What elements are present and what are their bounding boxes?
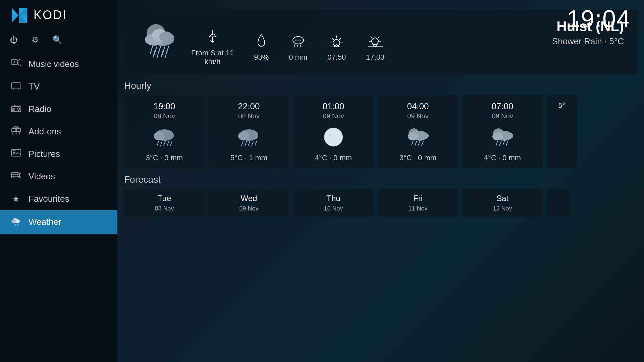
svg-line-81 xyxy=(378,37,379,38)
hourly-icon-2 xyxy=(318,123,348,150)
sidebar-item-music-videos[interactable]: Music videos xyxy=(0,53,117,75)
tv-icon xyxy=(10,81,22,92)
hourly-temp: 4°C · 0 mm xyxy=(315,154,352,162)
hourly-time: 5° xyxy=(558,101,565,110)
hourly-card-1: 22:00 08 Nov 5°C · 1 mm xyxy=(209,95,289,168)
svg-line-95 xyxy=(245,141,247,146)
svg-point-114 xyxy=(492,132,503,140)
svg-line-52 xyxy=(157,52,159,58)
sidebar-item-weather[interactable]: Weather xyxy=(0,210,117,234)
forecast-section-header: Forecast xyxy=(124,174,637,185)
search-icon[interactable]: 🔍 xyxy=(52,35,62,45)
svg-line-49 xyxy=(162,47,165,54)
svg-point-45 xyxy=(159,32,173,42)
forecast-day: Wed xyxy=(241,194,257,203)
hourly-icon-3 xyxy=(403,123,433,150)
forecast-card-0: Tue 08 Nov xyxy=(124,189,205,217)
hourly-date: 09 Nov xyxy=(323,112,344,120)
svg-line-80 xyxy=(371,37,372,38)
forecast-date: 08 Nov xyxy=(155,205,174,212)
humidity-icon xyxy=(255,33,268,50)
forecast-date: 09 Nov xyxy=(239,205,258,212)
svg-line-74 xyxy=(339,38,341,40)
svg-line-97 xyxy=(252,141,253,146)
svg-rect-25 xyxy=(13,132,16,134)
svg-line-119 xyxy=(506,141,508,145)
sunrise-icon xyxy=(327,33,346,50)
svg-line-40 xyxy=(17,224,18,226)
sidebar-item-label: Pictures xyxy=(29,149,60,159)
addons-icon xyxy=(10,126,22,137)
videos-icon xyxy=(10,171,22,182)
power-icon[interactable]: ⏻ xyxy=(10,35,18,45)
svg-rect-27 xyxy=(11,149,21,156)
svg-line-117 xyxy=(499,141,501,145)
sidebar-item-videos[interactable]: Videos xyxy=(0,165,117,188)
svg-line-46 xyxy=(150,46,153,54)
radio-icon xyxy=(10,104,22,114)
hourly-temp: 3°C · 0 mm xyxy=(399,154,436,162)
hourly-time: 04:00 xyxy=(407,101,429,112)
wind-icon xyxy=(205,28,220,45)
forecast-day: Tue xyxy=(158,194,171,203)
svg-point-103 xyxy=(331,139,333,141)
hourly-card-4: 07:00 09 Nov 4°C · 0 mm xyxy=(462,95,543,168)
sidebar-top-icons: ⏻ ⚙ 🔍 xyxy=(0,30,117,53)
stat-sunrise: 07:50 xyxy=(327,33,346,62)
hourly-card-2: 01:00 09 Nov 4°C · 0 mm xyxy=(293,95,374,168)
weather-details: From S at 11km/h 93% xyxy=(191,18,624,66)
forecast-row: Tue 08 Nov Wed 09 Nov Thu 10 Nov Fri 11 … xyxy=(124,189,637,217)
svg-point-69 xyxy=(333,40,340,46)
hourly-card-3: 04:00 09 Nov 3°C · 0 mm xyxy=(378,95,458,168)
hourly-icon-1 xyxy=(234,123,264,150)
precipitation-icon xyxy=(290,33,307,50)
forecast-day: Sat xyxy=(496,194,508,203)
svg-line-7 xyxy=(18,59,21,60)
sidebar-item-label: TV xyxy=(29,81,40,92)
svg-point-63 xyxy=(295,40,297,41)
svg-line-110 xyxy=(418,141,420,145)
svg-rect-10 xyxy=(11,83,21,89)
hourly-card-0: 19:00 08 Nov 3°C · 0 mm xyxy=(124,95,205,168)
svg-line-68 xyxy=(300,44,301,47)
hourly-temp: 5°C · 1 mm xyxy=(230,154,267,162)
svg-point-85 xyxy=(164,132,174,140)
svg-line-73 xyxy=(332,38,334,40)
svg-line-90 xyxy=(170,141,172,146)
hourly-date: 08 Nov xyxy=(238,112,259,120)
svg-line-38 xyxy=(14,224,14,226)
sidebar-item-tv[interactable]: TV xyxy=(0,75,117,98)
svg-line-88 xyxy=(164,141,165,146)
settings-icon[interactable]: ⚙ xyxy=(32,35,39,45)
forecast-card-3: Fri 11 Nov xyxy=(378,189,458,217)
svg-point-107 xyxy=(421,132,429,139)
sidebar-item-label: Favourites xyxy=(29,194,69,204)
sidebar-item-favourites[interactable]: ★ Favourites xyxy=(0,188,117,210)
sidebar-item-label: Add-ons xyxy=(29,126,61,137)
svg-line-111 xyxy=(422,141,423,145)
sidebar-item-addons[interactable]: Add-ons xyxy=(0,120,117,143)
svg-line-89 xyxy=(167,141,169,146)
forecast-card-2: Thu 10 Nov xyxy=(293,189,374,217)
weather-icon xyxy=(10,216,22,228)
hourly-card-5: 5° xyxy=(547,95,577,168)
svg-line-54 xyxy=(165,52,167,58)
sidebar-item-pictures[interactable]: Pictures xyxy=(0,143,117,165)
sidebar-header: KODI xyxy=(0,0,117,30)
sidebar-item-radio[interactable]: Radio xyxy=(0,98,117,120)
hourly-date: 09 Nov xyxy=(407,112,428,120)
app-title: KODI xyxy=(34,8,67,22)
svg-line-67 xyxy=(297,44,298,47)
weather-stats: From S at 11km/h 93% xyxy=(191,28,384,66)
favourites-icon: ★ xyxy=(10,194,22,204)
svg-marker-6 xyxy=(14,61,16,63)
svg-line-39 xyxy=(15,224,16,226)
svg-line-47 xyxy=(154,47,157,54)
svg-point-16 xyxy=(17,108,20,111)
forecast-card-5-partial xyxy=(547,189,570,217)
stat-precipitation: 0 mm xyxy=(289,33,307,62)
hourly-section-header: Hourly xyxy=(124,80,637,91)
sidebar-item-label: Videos xyxy=(29,171,55,182)
svg-line-108 xyxy=(412,141,413,145)
svg-point-28 xyxy=(13,150,15,153)
